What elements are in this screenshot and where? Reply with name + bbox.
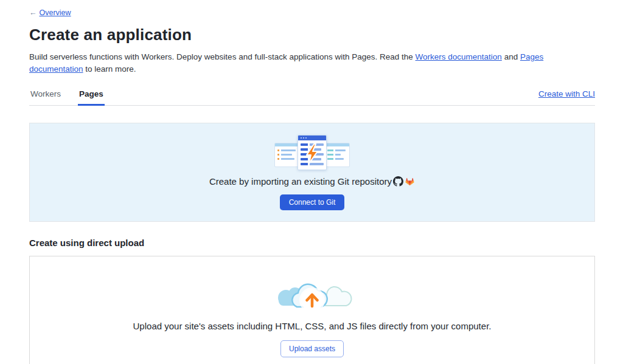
breadcrumb: ←Overview — [29, 9, 595, 17]
direct-upload-panel: Upload your site's assets including HTML… — [29, 256, 595, 364]
overview-back-link[interactable]: Overview — [40, 9, 71, 17]
tab-workers[interactable]: Workers — [29, 84, 62, 105]
gitlab-icon — [405, 176, 415, 187]
connect-to-git-button[interactable]: Connect to Git — [280, 194, 345, 210]
page-title: Create an application — [29, 26, 595, 44]
git-import-text: Create by importing an existing Git repo… — [209, 176, 392, 187]
tab-bar: Workers Pages Create with CLI — [29, 84, 595, 106]
lightning-bolt-icon — [304, 143, 320, 164]
description-text: Build serverless functions with Workers.… — [29, 52, 416, 61]
direct-upload-heading: Create using direct upload — [29, 238, 595, 248]
direct-upload-text: Upload your site's assets including HTML… — [133, 321, 492, 331]
page-container: ←Overview Create an application Build se… — [0, 0, 623, 364]
description-text: and — [502, 52, 520, 61]
git-import-panel: Create by importing an existing Git repo… — [29, 123, 595, 222]
workers-documentation-link[interactable]: Workers documentation — [416, 52, 502, 61]
github-icon — [393, 176, 403, 187]
browser-window-left — [274, 143, 300, 167]
cloud-upload-illustration — [266, 267, 358, 318]
browser-window-right — [324, 143, 350, 167]
description-text: to learn more. — [83, 64, 136, 74]
git-import-caption: Create by importing an existing Git repo… — [209, 176, 415, 187]
back-arrow-icon: ← — [29, 9, 37, 17]
tab-pages[interactable]: Pages — [78, 84, 105, 105]
create-with-cli-link[interactable]: Create with CLI — [538, 89, 595, 105]
page-description: Build serverless functions with Workers.… — [29, 51, 595, 75]
upload-assets-button[interactable]: Upload assets — [280, 340, 344, 357]
git-windows-illustration — [274, 135, 350, 170]
